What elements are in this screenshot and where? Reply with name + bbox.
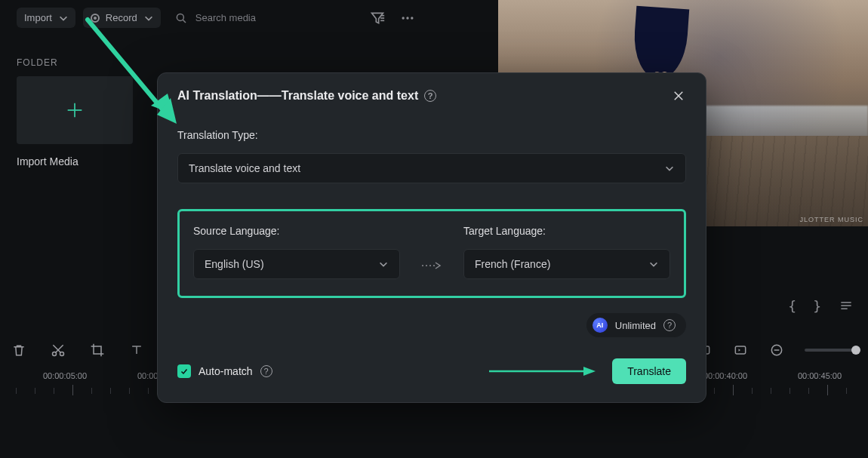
top-toolbar: Import Record Search media bbox=[17, 8, 868, 28]
preview-watermark: JLOTTER MUSIC bbox=[799, 216, 863, 223]
filter-icon[interactable] bbox=[369, 10, 386, 26]
chevron-down-icon bbox=[378, 259, 389, 269]
source-language-select[interactable]: English (US) bbox=[193, 249, 400, 279]
modal-title: AI Translation——Translate voice and text… bbox=[177, 89, 436, 103]
translation-type-value: Translate voice and text bbox=[189, 162, 300, 174]
chevron-down-icon bbox=[648, 259, 659, 269]
target-language-select[interactable]: French (France) bbox=[463, 249, 670, 279]
svg-point-7 bbox=[406, 17, 408, 19]
crop-icon[interactable] bbox=[89, 342, 106, 358]
text-icon[interactable] bbox=[128, 342, 145, 358]
brace-close-icon[interactable]: } bbox=[813, 298, 821, 314]
cut-icon[interactable] bbox=[50, 342, 66, 358]
record-button[interactable]: Record bbox=[83, 8, 161, 28]
svg-point-8 bbox=[411, 17, 413, 19]
zoom-slider[interactable] bbox=[805, 349, 857, 352]
target-language-label: Target Language: bbox=[463, 225, 670, 237]
right-marker-icons: { } bbox=[788, 297, 854, 314]
source-language-value: English (US) bbox=[205, 258, 264, 270]
import-media-tile[interactable] bbox=[17, 76, 133, 144]
chevron-down-icon bbox=[664, 163, 675, 174]
more-icon[interactable] bbox=[399, 10, 416, 26]
svg-line-1 bbox=[183, 20, 186, 23]
unlimited-badge: AI Unlimited ? bbox=[586, 313, 686, 337]
automatch-checkbox[interactable]: Auto-match ? bbox=[177, 364, 272, 378]
folder-heading: FOLDER bbox=[17, 57, 58, 68]
import-label: Import bbox=[24, 12, 52, 23]
help-icon[interactable]: ? bbox=[663, 319, 676, 331]
svg-point-6 bbox=[402, 17, 404, 19]
record-label: Record bbox=[106, 12, 137, 23]
search-field[interactable]: Search media bbox=[174, 11, 324, 25]
help-icon[interactable]: ? bbox=[260, 365, 272, 377]
chevron-down-icon bbox=[143, 13, 153, 23]
annotation-arrow bbox=[485, 364, 599, 379]
translate-button[interactable]: Translate bbox=[612, 358, 686, 384]
search-icon bbox=[174, 11, 188, 25]
time-label: 00:00:05:00 bbox=[43, 371, 87, 380]
time-label: 00:00:45:00 bbox=[798, 371, 842, 380]
trash-icon[interactable] bbox=[11, 342, 27, 358]
modal-title-text: AI Translation——Translate voice and text bbox=[177, 89, 418, 103]
svg-point-0 bbox=[177, 14, 183, 20]
translation-type-label: Translation Type: bbox=[177, 129, 686, 141]
close-icon[interactable] bbox=[671, 88, 686, 103]
brace-open-icon[interactable]: { bbox=[788, 298, 796, 314]
language-highlight-box: Source Language: English (US) Target Lan… bbox=[177, 209, 686, 298]
svg-marker-25 bbox=[583, 367, 596, 376]
import-button[interactable]: Import bbox=[17, 8, 75, 28]
automatch-label: Auto-match bbox=[199, 365, 253, 377]
ai-translation-modal: AI Translation——Translate voice and text… bbox=[157, 72, 706, 403]
target-language-value: French (France) bbox=[475, 258, 550, 270]
time-label: 00:00:40:00 bbox=[703, 371, 747, 380]
check-icon bbox=[177, 364, 191, 378]
source-language-label: Source Language: bbox=[193, 225, 400, 237]
zoom-out-icon[interactable] bbox=[768, 342, 785, 358]
arrow-between-icon bbox=[417, 225, 447, 279]
record-icon bbox=[91, 14, 100, 23]
unlimited-label: Unlimited bbox=[615, 320, 656, 331]
fit-icon[interactable] bbox=[732, 342, 749, 358]
chevron-down-icon bbox=[58, 13, 68, 23]
list-icon[interactable] bbox=[838, 297, 854, 314]
search-placeholder: Search media bbox=[195, 12, 324, 23]
translation-type-select[interactable]: Translate voice and text bbox=[177, 153, 686, 183]
ai-icon: AI bbox=[593, 318, 608, 333]
import-media-label: Import Media bbox=[17, 155, 78, 168]
help-icon[interactable]: ? bbox=[424, 90, 436, 102]
